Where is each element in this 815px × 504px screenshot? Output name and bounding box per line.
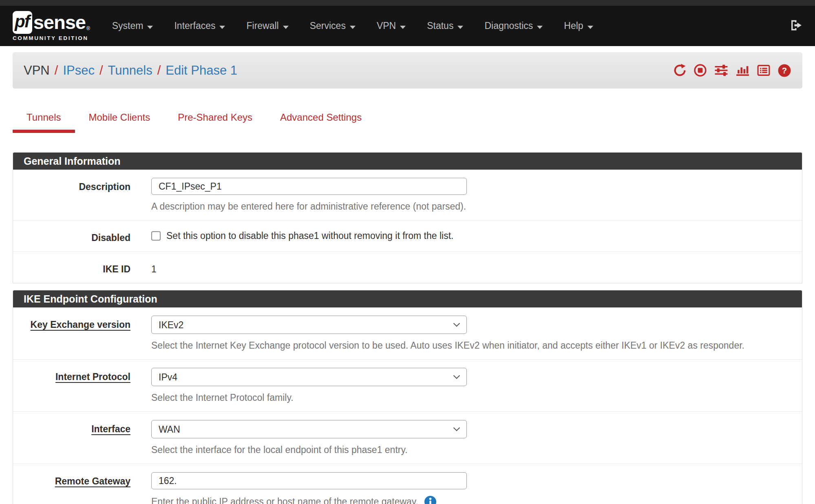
ike-id-value: 1: [151, 260, 802, 275]
menu-services[interactable]: Services: [299, 20, 366, 31]
internet-protocol-help: Select the Internet Protocol family.: [151, 392, 802, 403]
menu-diagnostics[interactable]: Diagnostics: [474, 20, 553, 31]
chevron-down-icon: [147, 26, 153, 29]
menu-help[interactable]: Help: [553, 20, 603, 31]
breadcrumb-separator: /: [95, 63, 108, 78]
description-help: A description may be entered here for ad…: [151, 201, 802, 212]
pfsense-logo[interactable]: pf sense ® COMMUNITY EDITION: [13, 11, 90, 41]
row-internet-protocol: Internet Protocol IPv4 Select the Intern…: [13, 360, 802, 412]
logo-pf-mark: pf: [13, 11, 32, 34]
top-strip: [0, 0, 815, 6]
section-title: General Information: [13, 153, 802, 170]
breadcrumb-link-edit-phase1[interactable]: Edit Phase 1: [166, 63, 237, 78]
chevron-down-icon: [457, 26, 463, 29]
chart-icon[interactable]: [735, 64, 750, 77]
internet-protocol-select[interactable]: IPv4: [151, 368, 467, 386]
breadcrumb-separator: /: [152, 63, 166, 78]
menu-vpn[interactable]: VPN: [366, 20, 416, 31]
chevron-down-icon: [283, 26, 289, 29]
menu-interfaces[interactable]: Interfaces: [163, 20, 236, 31]
disabled-checkbox[interactable]: [151, 231, 161, 241]
breadcrumb-vpn: VPN: [24, 63, 50, 78]
row-key-exchange-version: Key Exchange version IKEv2 Select the In…: [13, 307, 802, 360]
logo-sense-text: sense: [33, 11, 86, 33]
help-icon[interactable]: ?: [777, 64, 791, 77]
key-exchange-help: Select the Internet Key Exchange protoco…: [151, 340, 802, 351]
key-exchange-label: Key Exchange version: [13, 316, 130, 351]
remote-gateway-input[interactable]: [151, 472, 467, 489]
row-disabled: Disabled Set this option to disable this…: [13, 221, 802, 252]
panel-ike-endpoint-configuration: IKE Endpoint Configuration Key Exchange …: [13, 290, 802, 504]
navbar-menu: System Interfaces Firewall Services VPN …: [102, 20, 604, 31]
logo-edition-text: COMMUNITY EDITION: [13, 35, 90, 41]
menu-status[interactable]: Status: [416, 20, 474, 31]
tab-mobile-clients[interactable]: Mobile Clients: [75, 112, 164, 133]
row-remote-gateway: Remote Gateway Enter the public IP addre…: [13, 464, 802, 504]
tab-pre-shared-keys[interactable]: Pre-Shared Keys: [164, 112, 266, 133]
tab-advanced-settings[interactable]: Advanced Settings: [266, 112, 375, 133]
sign-out-icon[interactable]: [790, 19, 803, 33]
panel-general-information: General Information Description A descri…: [13, 153, 802, 283]
disabled-label: Disabled: [13, 229, 130, 243]
refresh-icon[interactable]: [673, 64, 687, 77]
description-input[interactable]: [151, 178, 467, 195]
description-label: Description: [13, 178, 130, 212]
interface-help: Select the interface for the local endpo…: [151, 444, 802, 455]
log-icon[interactable]: [757, 64, 771, 77]
interface-select[interactable]: WAN: [151, 420, 467, 438]
breadcrumb-link-ipsec[interactable]: IPsec: [63, 63, 95, 78]
info-circle-icon[interactable]: [424, 495, 437, 504]
breadcrumb-link-tunnels[interactable]: Tunnels: [108, 63, 152, 78]
key-exchange-select[interactable]: IKEv2: [151, 316, 467, 334]
menu-system[interactable]: System: [102, 20, 164, 31]
chevron-down-icon: [219, 26, 225, 29]
ike-id-label: IKE ID: [13, 260, 130, 275]
tab-bar: Tunnels Mobile Clients Pre-Shared Keys A…: [13, 112, 802, 133]
svg-text:?: ?: [782, 66, 787, 75]
section-title: IKE Endpoint Configuration: [13, 290, 802, 307]
chevron-down-icon: [537, 26, 543, 29]
tab-tunnels[interactable]: Tunnels: [13, 112, 75, 133]
stop-icon[interactable]: [694, 64, 707, 77]
row-ike-id: IKE ID 1: [13, 252, 802, 283]
interface-label: Interface: [13, 420, 130, 455]
disabled-checkbox-label: Set this option to disable this phase1 w…: [166, 230, 453, 241]
remote-gateway-help: Enter the public IP address or host name…: [151, 496, 418, 504]
row-interface: Interface WAN Select the interface for t…: [13, 412, 802, 464]
chevron-down-icon: [400, 26, 406, 29]
chevron-down-icon: [588, 26, 593, 29]
chevron-down-icon: [350, 26, 356, 29]
page-action-icons: ?: [673, 64, 791, 77]
breadcrumb-bar: VPN / IPsec / Tunnels / Edit Phase 1: [13, 52, 802, 88]
logo-trademark: ®: [86, 26, 90, 31]
sliders-icon[interactable]: [714, 64, 729, 77]
row-description: Description A description may be entered…: [13, 170, 802, 221]
remote-gateway-label: Remote Gateway: [13, 472, 130, 504]
menu-firewall[interactable]: Firewall: [236, 20, 299, 31]
breadcrumb-separator: /: [50, 63, 63, 78]
breadcrumb: VPN / IPsec / Tunnels / Edit Phase 1: [24, 63, 237, 78]
internet-protocol-label: Internet Protocol: [13, 368, 130, 403]
main-navbar: pf sense ® COMMUNITY EDITION System Inte…: [0, 6, 815, 46]
